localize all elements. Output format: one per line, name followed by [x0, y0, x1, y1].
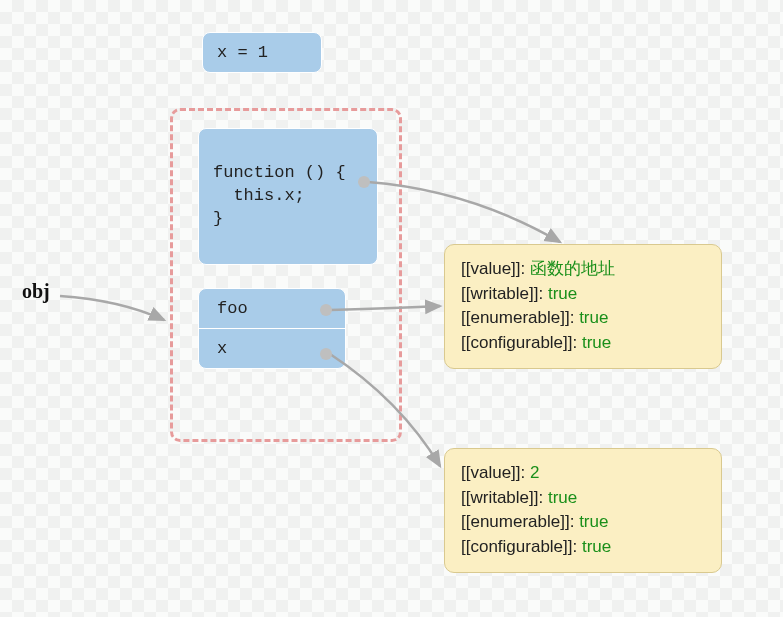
desc1-line-1: [[writable]]: true	[461, 282, 705, 307]
obj-label: obj	[22, 280, 50, 303]
desc1-line-0: [[value]]: 函数的地址	[461, 257, 705, 282]
foo-text: foo	[217, 299, 248, 318]
obj-label-text: obj	[22, 280, 50, 302]
arrow-obj	[60, 296, 164, 320]
function-box: function () { this.x; }	[198, 128, 378, 265]
func-line-0: function () {	[213, 163, 346, 182]
x-text: x	[217, 339, 227, 358]
desc2-line-3: [[configurable]]: true	[461, 535, 705, 560]
func-line-2: }	[213, 209, 223, 228]
connector-dot-foo	[320, 304, 332, 316]
connector-dot-func	[358, 176, 370, 188]
desc2-line-1: [[writable]]: true	[461, 486, 705, 511]
assignment-box: x = 1	[202, 32, 322, 73]
assignment-text: x = 1	[217, 43, 268, 62]
desc1-line-2: [[enumerable]]: true	[461, 306, 705, 331]
desc2-line-2: [[enumerable]]: true	[461, 510, 705, 535]
desc2-line-0: [[value]]: 2	[461, 461, 705, 486]
func-line-1: this.x;	[213, 186, 305, 205]
desc1-line-3: [[configurable]]: true	[461, 331, 705, 356]
connector-dot-x	[320, 348, 332, 360]
descriptor-box-2: [[value]]: 2 [[writable]]: true [[enumer…	[444, 448, 722, 573]
diagram-stage: x = 1 function () { this.x; } foo x obj …	[0, 0, 783, 617]
descriptor-box-1: [[value]]: 函数的地址 [[writable]]: true [[en…	[444, 244, 722, 369]
